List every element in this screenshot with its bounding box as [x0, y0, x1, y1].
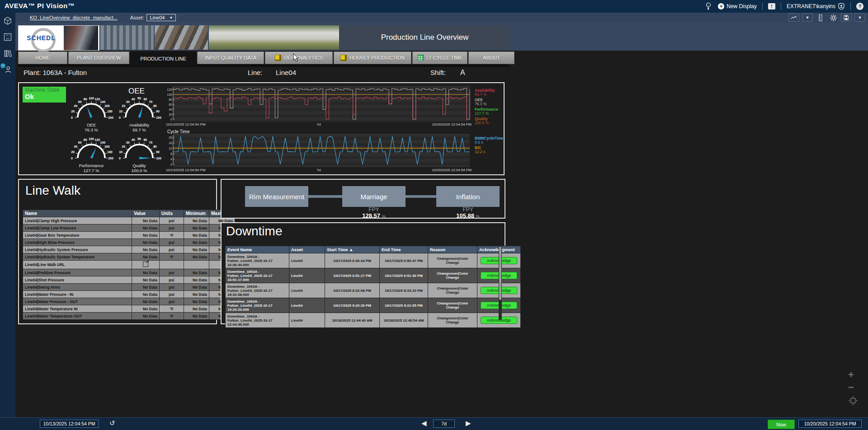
- column-header-minimum[interactable]: Minimum: [184, 210, 209, 217]
- tab-lt-cycle-time[interactable]: LT CYCLE TIME: [412, 51, 467, 64]
- cycle-time-xaxis: 10/13/2025 12:04:54 PM 7d 10/20/2025 12:…: [166, 168, 472, 172]
- column-header-start-time[interactable]: Start Time ▲: [325, 246, 380, 253]
- column-header-end-time[interactable]: End Time: [380, 246, 428, 253]
- column-header-value[interactable]: Value: [132, 210, 160, 217]
- start-time-input[interactable]: 10/13/2025 12:04:54 PM: [40, 420, 99, 428]
- tab-home[interactable]: HOME: [18, 51, 67, 64]
- assets-cube-icon[interactable]: [3, 16, 12, 25]
- cell-asset: Line04: [289, 283, 325, 298]
- tab-label: OEE ANALYTICS: [284, 55, 323, 61]
- machine-state-box: Machine State Ok: [23, 87, 66, 103]
- flow-step-marriage[interactable]: Marriage: [342, 186, 406, 207]
- now-button[interactable]: Now: [768, 420, 795, 429]
- inflation-fpy: FPY 105.88 %: [436, 207, 500, 220]
- gauge-availability: 0102030405060708090100Availability59.7 %: [116, 94, 163, 132]
- events-person-icon[interactable]: *: [3, 65, 12, 74]
- user-menu[interactable]: EXTRANET\kanyins: [787, 3, 845, 10]
- ruler-icon[interactable]: [816, 14, 826, 21]
- cell-value: No Data: [132, 269, 160, 276]
- divider: [762, 3, 763, 10]
- oee-trend-chart[interactable]: 020406080100120: [166, 86, 472, 124]
- svg-text:0: 0: [170, 118, 172, 121]
- trend-tool-icon[interactable]: [788, 14, 799, 22]
- downtime-scrollbar[interactable]: [499, 246, 502, 320]
- badge-icon: *: [0, 63, 5, 68]
- zoom-in-button[interactable]: +: [848, 370, 854, 379]
- save-caret[interactable]: ▼: [854, 14, 865, 22]
- cell-min: No Data: [184, 284, 209, 291]
- column-header-name[interactable]: Name: [23, 210, 132, 217]
- svg-text:20: 20: [122, 104, 125, 108]
- next-range-button[interactable]: ▶: [466, 419, 471, 427]
- x-start: 10/13/2025 12:04:54 PM: [166, 122, 206, 126]
- time-range-input[interactable]: 7d: [433, 420, 455, 428]
- table-header-row: Event NameAssetStart Time ▲End TimeReaso…: [226, 246, 521, 253]
- svg-text:10: 10: [119, 110, 123, 113]
- cycle-time-chart[interactable]: 048121620: [166, 134, 472, 169]
- logo-text: SCHEDL: [27, 34, 56, 42]
- cell-min: [184, 261, 209, 269]
- svg-text:50: 50: [137, 97, 141, 100]
- svg-text:80: 80: [169, 98, 172, 101]
- cell-value: No Data: [132, 291, 160, 298]
- fit-to-screen-button[interactable]: [848, 396, 858, 407]
- divider: [850, 3, 851, 10]
- cell-start-time: 10/17/2025 8:32:08 PM: [325, 283, 380, 298]
- line-walk-table: NameValueUnitsMinimumMaximumLine04|Clamp…: [23, 210, 235, 320]
- svg-text:12: 12: [169, 147, 172, 150]
- new-display-button[interactable]: + New Display: [718, 3, 757, 9]
- tab-input-quality-data[interactable]: INPUT QUALITY DATA: [197, 51, 264, 64]
- touch-mode-icon[interactable]: [704, 2, 712, 10]
- cell-name: Line04|Preblow Pressure: [23, 269, 132, 276]
- svg-text:120: 120: [94, 98, 100, 101]
- column-header-units[interactable]: Units: [160, 210, 184, 217]
- line-value: Line04: [276, 69, 296, 76]
- svg-text:60: 60: [143, 138, 147, 141]
- svg-text:20: 20: [71, 150, 75, 154]
- settings-gear-icon[interactable]: [828, 14, 838, 21]
- cell-value: No Data: [132, 298, 160, 305]
- column-header-asset[interactable]: Asset: [289, 246, 325, 253]
- prev-range-button[interactable]: ◀: [421, 419, 427, 427]
- cell-units: psi: [160, 217, 184, 224]
- displays-library-icon[interactable]: [3, 49, 12, 58]
- tab-oee-analytics[interactable]: OEE ANALYTICS: [265, 51, 333, 64]
- cell-units: psi: [160, 269, 184, 276]
- gauge-performance: 020406080100120140160180200Performance12…: [68, 135, 115, 173]
- fpy-value: 128.57 %: [342, 213, 406, 220]
- tab-label: LT CYCLE TIME: [426, 55, 463, 61]
- end-time-input[interactable]: 10/20/2025 12:04:54 PM: [798, 420, 862, 428]
- notification-icon[interactable]: !: [768, 3, 775, 9]
- gauge-value: 76.3 %: [68, 127, 115, 132]
- breadcrumb[interactable]: KO_LineOverview_discrete_manufact...: [30, 15, 118, 20]
- save-icon[interactable]: [841, 14, 852, 22]
- column-header-reason[interactable]: Reason: [428, 246, 477, 253]
- table-row: Line04|Shot PressureNo DatapsiNo DataNo …: [23, 276, 235, 284]
- column-header-event-name[interactable]: Event Name: [226, 246, 289, 253]
- table-row: Line04|Hydraulic System PressureNo Datap…: [23, 246, 235, 253]
- trend-tool-caret[interactable]: ▼: [802, 14, 813, 22]
- cell-value: No Data: [132, 224, 160, 232]
- flow-step-rim-measurement[interactable]: Rim Measurement: [245, 186, 308, 207]
- svg-text:80: 80: [84, 98, 87, 101]
- legend-item-quality: Quality100.0 %: [475, 117, 505, 125]
- tab-plant-overview[interactable]: PLANT OVERVIEW: [68, 51, 129, 64]
- scrollbar-thumb[interactable]: [499, 247, 501, 300]
- tab-production-line[interactable]: PRODUCTION LINE: [130, 51, 196, 66]
- refresh-icon[interactable]: ↺: [109, 419, 115, 427]
- gauge-dial: 020406080100120140160180200: [68, 94, 115, 120]
- table-row: Line04|Water Pressure - OUTNo DatapsiNo …: [23, 298, 235, 305]
- table-row: Line04|Hydraulic System TemperatureNo Da…: [23, 253, 235, 261]
- divider: [781, 3, 781, 10]
- cell-name: Line04|Water Temperature OUT: [23, 313, 132, 320]
- calculations-icon[interactable]: +−×=: [3, 33, 12, 42]
- tab-about[interactable]: ABOUT: [468, 51, 514, 64]
- asset-value: Line04: [150, 15, 165, 20]
- zoom-out-button[interactable]: −: [848, 383, 854, 392]
- asset-dropdown[interactable]: Line04 ▼: [146, 14, 176, 21]
- external-link-icon[interactable]: [143, 262, 148, 267]
- tab-hourly-production[interactable]: HOURLY PRODUCTION: [334, 51, 411, 64]
- cell-value[interactable]: [132, 261, 160, 269]
- help-icon[interactable]: ?: [856, 3, 863, 10]
- flow-step-inflation[interactable]: Inflation: [436, 186, 500, 207]
